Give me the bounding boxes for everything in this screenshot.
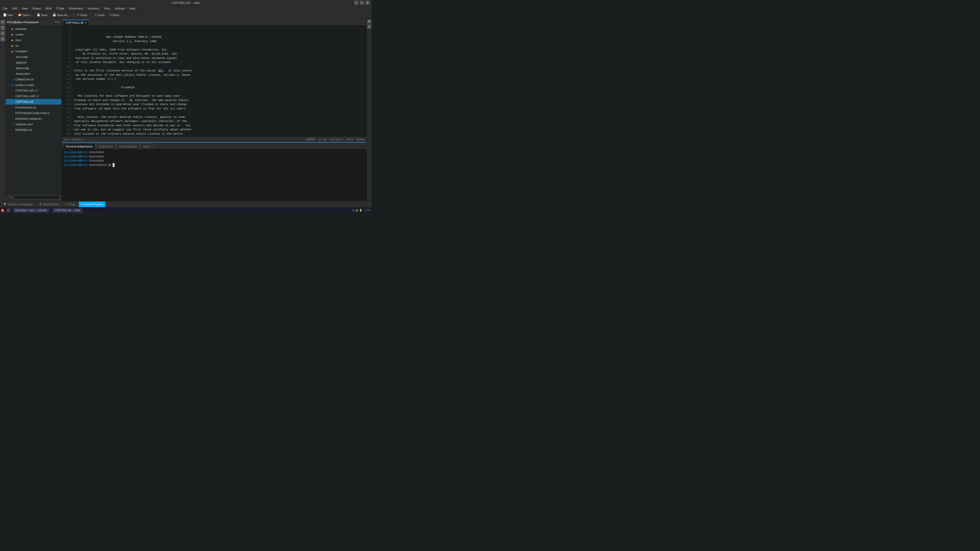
- maximize-button[interactable]: □: [360, 1, 364, 5]
- toolbar: 📄 New 📂 Open... 💾 Save 💾 Save As... ✕ Cl…: [0, 11, 372, 19]
- sidebar-icon-project[interactable]: P: [0, 20, 5, 24]
- project-icon: ●: [81, 203, 83, 206]
- bb-tab-search[interactable]: 🔍 Search and Replace: [1, 202, 36, 207]
- editor-tab-copying-lib[interactable]: COPYING.LIB ●: [63, 20, 89, 25]
- window-title: COPYING.LIB — Kate: [172, 1, 200, 4]
- build-icon: 🔨: [39, 203, 42, 206]
- terminal-content[interactable]: [cullmann@kuro ktextedit [cullmann@kuro …: [62, 149, 366, 201]
- tabs-mode: Soft Tabs: 4: [329, 138, 343, 141]
- tab-close-button[interactable]: ●: [85, 21, 86, 24]
- sidebar-icon-git[interactable]: G: [0, 37, 5, 41]
- sidebar-icon-search[interactable]: S: [0, 31, 5, 36]
- readme-icon: ◦: [11, 129, 14, 131]
- minimap: [363, 25, 366, 137]
- menu-help[interactable]: Help: [127, 6, 137, 11]
- tree-item-cmake[interactable]: ▶ cmake: [6, 32, 62, 37]
- menu-view[interactable]: View: [20, 6, 30, 11]
- menu-tools[interactable]: Tools: [102, 6, 112, 11]
- tree-item-copying-lgpl2[interactable]: ◦ COPYING.LGPL-2: [6, 94, 62, 99]
- filter-input[interactable]: [7, 195, 60, 200]
- bb-tab-build[interactable]: 🔨 Build Output: [37, 202, 62, 207]
- tree-item-autotests[interactable]: ▶ autotests: [6, 26, 62, 32]
- save-as-icon: 💾: [52, 13, 56, 17]
- tree-item-gitignore[interactable]: ◦ .gitignore: [6, 60, 62, 65]
- content-area: P F S G KTextEditor Framework ⟳ ↻ ▶ auto…: [0, 19, 372, 201]
- menu-settings[interactable]: Settings: [113, 6, 127, 11]
- yaml-icon: ◦: [11, 123, 14, 126]
- tree-item-config-h-cmake[interactable]: ▲ config.h.cmake: [6, 82, 62, 88]
- bottom-panel: Terminal (kateproject) Code Index Code A…: [62, 142, 366, 201]
- window-controls: ─ □ ✕: [354, 1, 369, 5]
- menu-project[interactable]: Project: [30, 6, 43, 11]
- minimize-button[interactable]: ─: [354, 1, 358, 5]
- encoding: UTF-8: [346, 138, 353, 141]
- menu-build[interactable]: Build: [44, 6, 54, 11]
- title-bar: COPYING.LIB — Kate ─ □ ✕: [0, 0, 372, 6]
- tree-item-kf5config[interactable]: ◦ KF5TextEditorConfig.cmake.in: [6, 110, 62, 116]
- bottom-bar: 🔍 Search and Replace 🔨 Build Output # CT…: [0, 201, 372, 207]
- tree-item-readme[interactable]: ◦ README.md: [6, 127, 62, 133]
- right-panel-btn-1[interactable]: ⊞: [367, 19, 371, 24]
- kate-icon: ◦: [11, 73, 14, 75]
- taskbar-konsole[interactable]: ktexteditor : kate — Konsole: [13, 208, 49, 213]
- editor-content[interactable]: 12345 678910 1112131415 1617181920 21222…: [62, 25, 366, 137]
- tree-item-cmakelists[interactable]: ◦ CMakeLists.txt: [6, 76, 62, 82]
- tree-item-src[interactable]: ▶ src: [6, 43, 62, 48]
- app-icon: K: [6, 208, 11, 213]
- menu-sessions[interactable]: Sessions: [86, 6, 101, 11]
- search-icon: 🔍: [3, 203, 6, 206]
- bb-tab-current-project[interactable]: ● Current Project: [79, 202, 105, 207]
- collapse-all-button[interactable]: ⟳: [55, 21, 57, 24]
- tab-label: COPYING.LIB: [65, 21, 83, 24]
- tree-item-metainfo[interactable]: ◦ metainfo.yaml: [6, 121, 62, 127]
- tree-item-categories[interactable]: ◦ ktexteditor.categories: [6, 116, 62, 121]
- bb-tab-ctags[interactable]: # CTags: [62, 202, 78, 207]
- redo-button[interactable]: ↪ Redo: [107, 12, 121, 18]
- close-button[interactable]: ✕ Close: [75, 12, 89, 18]
- tree-item-copying-gpl2[interactable]: ◦ COPYING.GPL-2: [6, 88, 62, 94]
- bottom-tab-terminal[interactable]: Terminal (kateproject): [63, 143, 95, 149]
- save-button[interactable]: 💾 Save: [35, 12, 49, 18]
- tree-item-docs[interactable]: ▶ docs: [6, 37, 62, 43]
- sidebar-icon-files[interactable]: F: [0, 25, 5, 30]
- tree-item-templates[interactable]: ▶ templates: [6, 48, 62, 54]
- menu-ctags[interactable]: CTags: [54, 6, 66, 11]
- file-tree-header: KTextEditor Framework ⟳ ↻: [6, 19, 62, 25]
- bottom-tab-code-analysis[interactable]: Code Analysis: [116, 143, 140, 149]
- bottom-tab-code-index[interactable]: Code Index: [96, 143, 116, 149]
- file-tree-content[interactable]: ▶ autotests ▶ cmake ▶ docs ▶ src ▶ tem: [6, 25, 62, 194]
- file-tree-panel: KTextEditor Framework ⟳ ↻ ▶ autotests ▶ …: [6, 19, 62, 201]
- tree-item-kateproject[interactable]: ◦ .kateproject: [6, 71, 62, 76]
- taskbar-kate[interactable]: COPYING.LIB — Kate: [52, 208, 83, 213]
- open-button[interactable]: 📂 Open...: [16, 12, 34, 18]
- bottom-tab-notes[interactable]: Notes: [140, 143, 153, 149]
- tree-item-arcconfig[interactable]: ◦ .arcconfig: [6, 54, 62, 60]
- save-icon: 💾: [37, 13, 40, 17]
- undo-button[interactable]: ↩ Undo: [93, 12, 107, 18]
- kate-icon: ◦: [11, 67, 14, 70]
- terminal-line-4: [cullmann@kuro ktexteditor]$: [64, 163, 364, 167]
- new-button[interactable]: 📄 New: [1, 12, 15, 18]
- project-title: KTextEditor Framework: [7, 21, 38, 24]
- tree-item-copying-lib[interactable]: ◦ COPYING.LIB: [6, 99, 62, 105]
- close-button[interactable]: ✕: [366, 1, 369, 5]
- status-bar: Line 1, Column 1 INSERT en_US Soft Tabs:…: [62, 137, 366, 142]
- tree-item-extradesktop[interactable]: ◦ ExtraDesktop.sh: [6, 105, 62, 110]
- terminal-line-1: [cullmann@kuro ktextedit: [64, 150, 364, 155]
- app-dot: [1, 209, 4, 212]
- cmake-icon: ◦: [11, 78, 14, 81]
- kate-label: COPYING.LIB — Kate: [55, 209, 80, 212]
- right-panel-btn-2[interactable]: ⊟: [367, 24, 371, 29]
- file-tree-filter[interactable]: [6, 194, 62, 201]
- editor-area: COPYING.LIB ● 12345 678910 1112131415 16…: [62, 19, 366, 201]
- menu-bookmarks[interactable]: Bookmarks: [67, 6, 85, 11]
- save-as-button[interactable]: 💾 Save As...: [51, 12, 72, 18]
- right-panel: ⊞ ⊟: [366, 19, 372, 201]
- folder-icon: ▶: [11, 44, 14, 47]
- tree-item-kateconfig[interactable]: ◦ .kateconfig: [6, 65, 62, 71]
- menu-edit[interactable]: Edit: [10, 6, 19, 11]
- sync-button[interactable]: ↻: [58, 21, 60, 24]
- folder-icon: ▶: [11, 50, 14, 53]
- code-editor[interactable]: GNU LESSER GENERAL PUBLIC LICENSE Versio…: [72, 25, 363, 137]
- menu-file[interactable]: File: [1, 6, 10, 11]
